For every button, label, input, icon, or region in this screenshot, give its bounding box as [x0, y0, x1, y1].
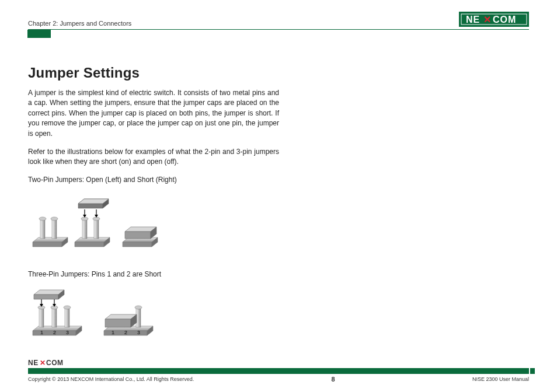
intro-paragraph-2: Refer to the illustrations below for exa…	[28, 147, 279, 167]
chapter-label: Chapter 2: Jumpers and Connectors	[28, 20, 131, 27]
pin-label-2: 2	[53, 330, 56, 335]
manual-name: NISE 2300 User Manual	[472, 376, 529, 382]
copyright-text: Copyright © 2013 NEXCOM International Co…	[28, 376, 194, 382]
pin-label-2b: 2	[124, 330, 127, 335]
svg-point-6	[39, 217, 46, 220]
svg-rect-5	[40, 219, 45, 239]
three-pin-caption: Three-Pin Jumpers: Pins 1 and 2 are Shor…	[28, 270, 279, 278]
svg-text:✕: ✕	[40, 359, 46, 367]
svg-rect-21	[65, 307, 69, 327]
brand-logo-footer: NE ✕ COM	[28, 359, 529, 367]
svg-text:NE: NE	[28, 359, 39, 367]
svg-rect-9	[82, 219, 87, 239]
svg-text:COM: COM	[493, 15, 516, 24]
pin-label-1: 1	[40, 330, 43, 335]
two-pin-illustration	[28, 190, 279, 254]
svg-rect-19	[52, 307, 57, 327]
page-title: Jumper Settings	[28, 65, 279, 81]
brand-logo-header: NE ✕ COM	[459, 12, 529, 27]
three-pin-illustration: 1 2 3	[28, 284, 279, 342]
page-number: 8	[332, 376, 335, 383]
svg-point-28	[135, 306, 142, 309]
header-tab	[27, 30, 51, 38]
intro-paragraph-1: A jumper is the simplest kind of electri…	[28, 88, 279, 139]
pin-label-1b: 1	[112, 330, 114, 335]
pin-label-3: 3	[66, 330, 69, 335]
pin-label-3b: 3	[137, 330, 140, 335]
svg-rect-7	[52, 219, 57, 239]
svg-rect-11	[94, 219, 99, 239]
svg-text:COM: COM	[46, 359, 64, 367]
two-pin-caption: Two-Pin Jumpers: Open (Left) and Short (…	[28, 176, 279, 184]
svg-text:✕: ✕	[483, 15, 491, 24]
header-rule	[28, 29, 529, 30]
svg-text:NE: NE	[466, 15, 480, 24]
svg-point-22	[64, 306, 71, 309]
footer-bar	[28, 368, 529, 374]
svg-rect-17	[39, 307, 44, 327]
svg-point-8	[51, 217, 58, 220]
